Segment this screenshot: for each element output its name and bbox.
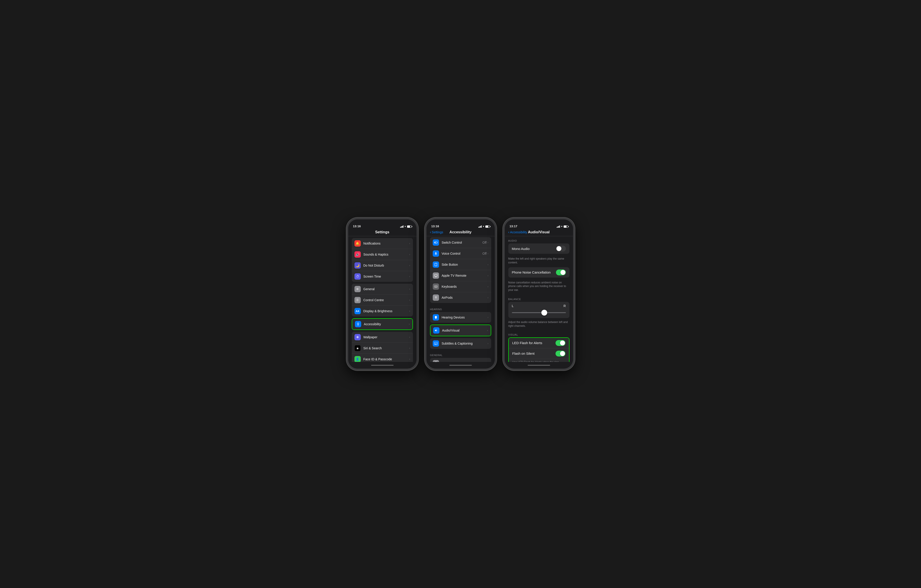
balance-labels: L R xyxy=(512,304,566,308)
balance-slider[interactable] xyxy=(512,310,566,316)
status-time-1: 13:16 xyxy=(353,224,361,228)
flash-silent-row[interactable]: Flash on Silent xyxy=(509,348,569,359)
list-item-faceid[interactable]: 👤 Face ID & Passcode › xyxy=(352,354,413,362)
led-flash-row[interactable]: LED Flash for Alerts xyxy=(509,338,569,348)
list-item-airpods[interactable]: AirPods › xyxy=(430,292,491,303)
svg-point-10 xyxy=(435,296,436,297)
phone-noise-knob xyxy=(560,270,565,275)
mono-audio-row[interactable]: Mono Audio xyxy=(508,244,570,254)
display-label: Display & Brightness xyxy=(363,309,409,313)
list-item-notifications[interactable]: 🔔 Notifications › xyxy=(352,238,413,249)
balance-section-header: BALANCE xyxy=(505,295,573,302)
list-item-accessibility[interactable]: Accessibility › xyxy=(352,319,412,330)
battery-icon-1 xyxy=(407,226,412,228)
balance-right-label: R xyxy=(563,304,566,308)
general-chevron: › xyxy=(409,288,410,291)
mono-audio-knob xyxy=(557,246,561,251)
flash-silent-label: Flash on Silent xyxy=(513,352,555,356)
list-item-control[interactable]: ☰ Control Centre › xyxy=(352,295,413,306)
hearing-devices-icon xyxy=(433,314,439,320)
slider-knob xyxy=(541,310,547,315)
subtitles-chevron: › xyxy=(488,342,488,345)
list-item-audiovisual[interactable]: Audio/Visual › xyxy=(430,325,491,336)
accessibility-content: Switch Control Off › Voice Control Off › xyxy=(426,236,495,362)
switch-control-icon xyxy=(433,239,439,246)
back-to-settings[interactable]: ‹ Settings xyxy=(430,230,443,234)
wallpaper-chevron: › xyxy=(409,336,410,339)
screentime-icon: ⏱ xyxy=(355,273,361,279)
list-item-subtitles[interactable]: Subtitles & Captioning › xyxy=(430,338,491,349)
visual-highlighted-wrapper: LED Flash for Alerts Flash on Silent Use… xyxy=(508,337,570,362)
list-item-display[interactable]: AA Display & Brightness › xyxy=(352,306,413,317)
accessibility-group: Accessibility › xyxy=(352,319,412,330)
nav-bar-audiovisual: ‹ Accessibility Audio/Visual xyxy=(505,229,573,236)
hearing-devices-chevron: › xyxy=(488,316,488,319)
list-item-side-button[interactable]: Side Button › xyxy=(430,259,491,270)
list-item-hearing-devices[interactable]: Hearing Devices › xyxy=(430,312,491,323)
status-time-2: 13:16 xyxy=(431,224,439,228)
phone-noise-description: Noise cancellation reduces ambient noise… xyxy=(505,279,573,295)
home-indicator-1 xyxy=(348,362,417,369)
led-flash-label: LED Flash for Alerts xyxy=(513,341,555,345)
general-section-header: GENERAL xyxy=(426,351,495,358)
battery-icon-3 xyxy=(564,226,568,228)
list-item-screentime[interactable]: ⏱ Screen Time › xyxy=(352,271,413,282)
subtitles-label: Subtitles & Captioning xyxy=(442,342,488,345)
list-item-keyboards[interactable]: Keyboards › xyxy=(430,281,491,292)
settings-title: Settings xyxy=(375,230,389,234)
status-time-3: 13:17 xyxy=(509,224,517,228)
list-item-guided-access[interactable]: Guided Access On › xyxy=(430,358,491,362)
general-label: General xyxy=(363,287,409,291)
visual-section-header: VISUAL xyxy=(505,330,573,337)
signal-bars-1 xyxy=(400,226,404,228)
audiovisual-icon xyxy=(433,327,439,333)
back-label-2: Settings xyxy=(432,231,443,234)
appletv-icon xyxy=(433,273,439,279)
balance-container: L R xyxy=(508,302,570,318)
audiovisual-content: AUDIO Mono Audio Make the left and right… xyxy=(505,236,573,362)
list-item-sounds[interactable]: 🔊 Sounds & Haptics › xyxy=(352,249,413,260)
control-label: Control Centre xyxy=(363,298,409,302)
faceid-label: Face ID & Passcode xyxy=(363,357,409,361)
dnd-chevron: › xyxy=(409,264,410,267)
subtitles-icon xyxy=(433,340,439,347)
list-item-switch-control[interactable]: Switch Control Off › xyxy=(430,237,491,248)
nav-bar-accessibility: ‹ Settings Accessibility xyxy=(426,229,495,236)
side-button-icon xyxy=(433,262,439,268)
accessibility-highlighted-wrapper: Accessibility › xyxy=(352,318,413,330)
switch-control-chevron: › xyxy=(488,241,488,244)
accessibility-chevron: › xyxy=(409,323,410,326)
flash-silent-description: Use LED Flash for Alerts when the ring s… xyxy=(509,359,569,362)
led-flash-toggle[interactable] xyxy=(555,340,565,346)
notifications-label: Notifications xyxy=(363,242,409,245)
notifications-icon: 🔔 xyxy=(355,240,361,247)
appletv-chevron: › xyxy=(488,274,488,277)
mono-audio-toggle[interactable] xyxy=(556,246,566,252)
home-bar-3 xyxy=(528,365,550,366)
switch-control-label: Switch Control xyxy=(442,241,483,244)
siri-label: Siri & Search xyxy=(363,346,409,350)
flash-silent-toggle[interactable] xyxy=(555,351,565,356)
list-item-voice-control[interactable]: Voice Control Off › xyxy=(430,248,491,259)
control-icon: ☰ xyxy=(355,297,361,303)
general-icon: ⚙ xyxy=(355,286,361,292)
wifi-icon-1: ▾ xyxy=(405,225,406,228)
mono-audio-label: Mono Audio xyxy=(512,247,556,251)
phone-noise-toggle[interactable] xyxy=(556,270,566,275)
back-to-accessibility[interactable]: ‹ Accessibility xyxy=(508,230,527,234)
list-item-general[interactable]: ⚙ General › xyxy=(352,284,413,295)
signal-bars-2 xyxy=(478,226,482,228)
list-item-wallpaper[interactable]: ❋ Wallpaper › xyxy=(352,332,413,343)
display-icon: AA xyxy=(355,308,361,314)
phone-noise-row[interactable]: Phone Noise Cancellation xyxy=(508,267,570,278)
phone-noise-label: Phone Noise Cancellation xyxy=(512,270,556,274)
settings-group-2: ⚙ General › ☰ Control Centre › AA Displa… xyxy=(352,284,413,317)
home-indicator-2 xyxy=(426,362,495,369)
balance-left-label: L xyxy=(512,304,514,308)
appletv-label: Apple TV Remote xyxy=(442,274,488,277)
settings-content: 🔔 Notifications › 🔊 Sounds & Haptics › 🌙… xyxy=(348,236,417,362)
list-item-siri[interactable]: ◉ Siri & Search › xyxy=(352,343,413,354)
list-item-appletv[interactable]: Apple TV Remote › xyxy=(430,270,491,281)
notch-2 xyxy=(446,219,475,226)
list-item-dnd[interactable]: 🌙 Do Not Disturb › xyxy=(352,260,413,271)
